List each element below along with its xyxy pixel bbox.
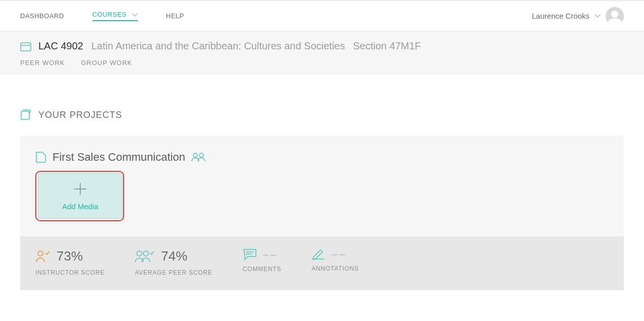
chevron-down-icon (132, 13, 138, 17)
projects-icon (20, 109, 33, 120)
user-name: Laurence Crooks (532, 12, 589, 20)
stats-bar: 73% INSTRUCTOR SCORE 74% (20, 236, 624, 290)
stat-avg-peer-score: 74% AVERAGE PEER SCORE (135, 248, 212, 276)
project-header: First Sales Communication (20, 136, 624, 171)
nav-courses[interactable]: COURSES (92, 11, 138, 21)
course-code: LAC 4902 (38, 40, 83, 52)
add-media-label: Add Media (62, 202, 98, 211)
svg-point-3 (199, 153, 203, 157)
main-nav: DASHBOARD COURSES HELP (20, 11, 184, 21)
svg-rect-0 (21, 43, 31, 51)
svg-point-2 (193, 153, 197, 157)
instructor-score-value: 73% (57, 248, 83, 264)
course-subheader: LAC 4902 Latin America and the Caribbean… (0, 31, 644, 74)
comments-label: COMMENTS (243, 266, 281, 273)
stat-comments: –– COMMENTS (243, 248, 281, 276)
topbar: DASHBOARD COURSES HELP Laurence Crooks (0, 1, 644, 31)
course-row: LAC 4902 Latin America and the Caribbean… (20, 40, 624, 52)
nav-courses-label: COURSES (92, 11, 127, 18)
svg-point-7 (137, 251, 142, 256)
course-title: Latin America and the Caribbean: Culture… (91, 40, 345, 52)
nav-dashboard[interactable]: DASHBOARD (20, 12, 64, 20)
stat-annotations: –– ANNOTATIONS (311, 248, 359, 276)
comment-icon (243, 248, 257, 261)
section-header: YOUR PROJECTS (20, 109, 624, 120)
window-icon (20, 42, 30, 50)
project-card: First Sales Communication (20, 136, 624, 290)
avatar (606, 7, 624, 25)
user-menu[interactable]: Laurence Crooks (532, 7, 624, 25)
annotations-value: –– (332, 248, 347, 260)
content-area: YOUR PROJECTS First Sales Communication (0, 74, 644, 310)
file-icon (35, 151, 46, 163)
stat-instructor-score: 73% INSTRUCTOR SCORE (35, 248, 104, 276)
work-tabs: PEER WORK GROUP WORK (20, 59, 624, 67)
people-check-icon (135, 250, 155, 263)
chevron-down-icon (595, 14, 601, 18)
comments-value: –– (263, 249, 278, 261)
annotations-label: ANNOTATIONS (311, 265, 359, 272)
tab-peer-work[interactable]: PEER WORK (20, 59, 65, 67)
pencil-icon (311, 249, 326, 260)
add-media-area: Add Media (20, 171, 624, 236)
avg-peer-score-value: 74% (161, 248, 187, 264)
svg-point-6 (38, 251, 43, 256)
svg-point-8 (143, 251, 148, 256)
instructor-score-label: INSTRUCTOR SCORE (35, 269, 104, 276)
people-icon (191, 153, 205, 162)
add-media-button[interactable]: Add Media (38, 173, 123, 219)
project-title: First Sales Communication (52, 151, 185, 164)
section-title: YOUR PROJECTS (38, 110, 122, 120)
plus-icon (73, 182, 87, 196)
course-section: Section 47M1F (353, 40, 421, 52)
avg-peer-score-label: AVERAGE PEER SCORE (135, 269, 212, 276)
highlight-annotation: Add Media (35, 171, 124, 221)
person-check-icon (35, 250, 50, 263)
nav-help[interactable]: HELP (166, 12, 184, 20)
tab-group-work[interactable]: GROUP WORK (81, 59, 132, 67)
